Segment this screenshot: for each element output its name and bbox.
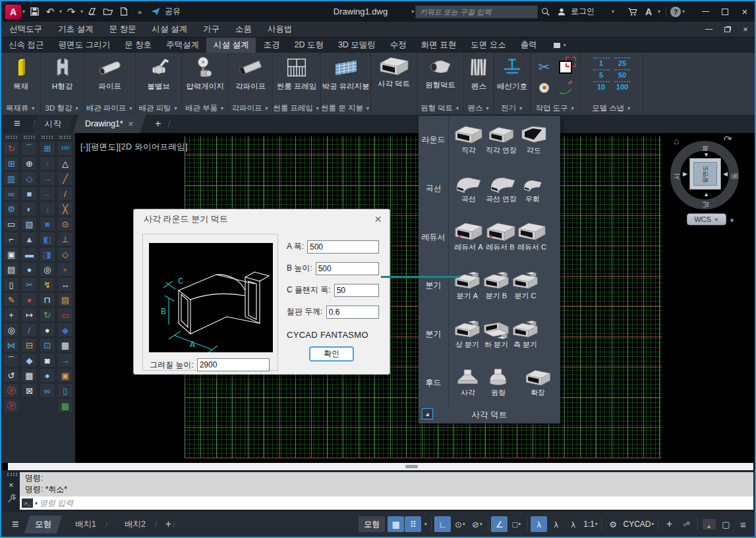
command-input[interactable]: [40, 498, 753, 508]
gauge-button[interactable]: 압력게이지: [182, 53, 228, 101]
endpoint-snap-icon[interactable]: ╱: [57, 171, 73, 186]
viewcube-menu-caret-icon[interactable]: ▼: [729, 217, 735, 224]
redo-caret-icon[interactable]: ▾: [79, 9, 84, 14]
arc-icon[interactable]: ⌒: [21, 141, 37, 155]
model-layout-tab[interactable]: 모형: [24, 516, 62, 533]
qat-overflow-icon[interactable]: »: [132, 4, 148, 20]
osnap-marker-3-toggle[interactable]: λ: [565, 516, 581, 532]
save-icon[interactable]: [26, 4, 42, 20]
steel-thickness-input[interactable]: [326, 306, 379, 319]
doc-blue-icon[interactable]: ▯: [57, 383, 73, 398]
box-3d-icon[interactable]: ■: [21, 186, 37, 201]
command-wrench-icon[interactable]: [7, 494, 17, 504]
layout1-tab[interactable]: 배치1: [65, 516, 107, 533]
object-isolate-toggle[interactable]: ▫º: [678, 516, 695, 532]
object-snap-toggle[interactable]: □▾: [508, 516, 525, 532]
status-menu-icon[interactable]: ≡: [12, 518, 19, 531]
duct-bypass-button[interactable]: 우회: [519, 174, 546, 204]
settings-gear-icon[interactable]: ⚙: [604, 516, 621, 532]
stretch-right-icon[interactable]: →: [40, 171, 55, 186]
wmf-export-icon[interactable]: →: [57, 353, 73, 367]
extend-icon[interactable]: ↦: [21, 308, 37, 322]
app-menu-caret-icon[interactable]: ▾: [21, 9, 26, 14]
minimize-button[interactable]: [695, 3, 715, 20]
zoom-window-icon[interactable]: ◎: [40, 262, 55, 277]
fillet-icon[interactable]: ⌒: [3, 353, 19, 367]
toolbar-grip-icon[interactable]: [59, 136, 71, 139]
plot-icon[interactable]: [84, 4, 100, 20]
open-folder-icon[interactable]: [100, 4, 116, 20]
object-snap-tracking-toggle[interactable]: ∠: [491, 516, 508, 532]
drawing1-tab-close-icon[interactable]: ✕: [128, 120, 134, 128]
pipe-button[interactable]: 파이프: [84, 53, 135, 101]
offset-icon[interactable]: ⊟: [21, 338, 37, 352]
model-snap-panel-footer[interactable]: 모델 스냅▾: [581, 101, 643, 115]
sweep-tool-icon[interactable]: [557, 80, 574, 95]
circle-icon[interactable]: ⊕: [21, 156, 37, 171]
wiring-symbol-button[interactable]: 배선기호: [494, 53, 530, 101]
c-flange-input[interactable]: [334, 284, 379, 297]
angle-snap-icon[interactable]: △: [57, 156, 73, 171]
expand-duct-button[interactable]: 확장: [523, 367, 552, 398]
stretch-down-icon[interactable]: ↓: [40, 202, 55, 216]
move-icon[interactable]: +: [3, 308, 19, 322]
camera-icon[interactable]: ◙: [40, 353, 55, 367]
slab-icon[interactable]: ▬: [21, 247, 37, 261]
maximize-button[interactable]: [715, 3, 735, 20]
ortho-toggle[interactable]: ∟: [434, 516, 451, 532]
copy-icon[interactable]: ◎: [3, 323, 19, 337]
ribbon-tab-facility-design[interactable]: 시설 설계: [206, 38, 256, 53]
toolbar-grip-icon[interactable]: [24, 136, 35, 139]
snap-toggle[interactable]: ⠿: [405, 516, 421, 532]
menu-props[interactable]: 소품: [227, 22, 260, 37]
ribbon-tab-landscape[interactable]: 조경: [256, 38, 287, 53]
viewcube-south-label[interactable]: 남: [701, 201, 711, 208]
snap-10-button[interactable]: 10: [593, 81, 609, 91]
blue-cube-icon[interactable]: ◆: [57, 323, 73, 337]
close-button[interactable]: ×: [735, 3, 755, 20]
image-attach-icon[interactable]: ▣: [57, 368, 73, 383]
reducer-a-button[interactable]: 레듀서 A: [454, 222, 483, 252]
command-grip-icon[interactable]: [7, 473, 17, 476]
rectangle-icon[interactable]: ▭: [3, 217, 19, 231]
annotation-scale-dropdown[interactable]: 1:1▾: [582, 516, 598, 532]
lightning-icon[interactable]: ↯: [40, 277, 55, 292]
new-file-icon[interactable]: [116, 4, 132, 20]
menu-basic-design[interactable]: 기초 설계: [50, 22, 101, 37]
red-rect-icon[interactable]: ▭: [57, 308, 73, 322]
valve-button[interactable]: 볼밸브: [136, 53, 181, 101]
column-dimension-icon[interactable]: ▥: [3, 171, 19, 186]
doc-close-button[interactable]: ×: [736, 22, 755, 37]
sqpipe-panel-footer[interactable]: 각파이프▾: [229, 101, 272, 115]
viewcube-arrow-top-icon[interactable]: ▼: [703, 151, 709, 158]
b-height-input[interactable]: [316, 262, 379, 275]
donut-tool-icon[interactable]: [539, 83, 549, 93]
window-grid-icon[interactable]: ⊞: [40, 141, 55, 155]
square-duct-panel-footer[interactable]: [371, 101, 417, 115]
snap-caret-icon[interactable]: ▾: [422, 516, 428, 532]
toolbar-grip-icon[interactable]: [6, 136, 17, 139]
fence-panel-footer[interactable]: 펜스▾: [464, 101, 494, 115]
hardware-acceleration-icon[interactable]: ▲: [701, 516, 717, 532]
share-label[interactable]: 공유: [165, 6, 181, 17]
user-icon[interactable]: [554, 4, 569, 20]
round-hood-button[interactable]: 원형: [484, 367, 512, 398]
viewcube-east-label[interactable]: 동: [730, 173, 740, 180]
wood-panel-footer[interactable]: 목재류▾: [1, 101, 40, 115]
clip-frame-tool-icon[interactable]: [559, 61, 572, 74]
sphere-render-icon[interactable]: ●: [40, 323, 55, 337]
node-link-icon[interactable]: ∞: [3, 186, 19, 201]
undo-icon[interactable]: ↶: [42, 4, 58, 20]
polyline-icon[interactable]: ⌐: [3, 232, 19, 246]
dialog-close-icon[interactable]: ×: [374, 213, 382, 225]
file-tabs-menu-icon[interactable]: ≡: [1, 115, 33, 133]
isodraft-toggle[interactable]: ⊘▾: [469, 516, 485, 532]
menu-furniture[interactable]: 가구: [195, 22, 227, 37]
erase-icon[interactable]: ✎: [3, 292, 19, 307]
dim-linear-icon[interactable]: ↔: [57, 277, 73, 292]
ribbon-tab-drawing-elements[interactable]: 도면 요소: [463, 38, 513, 53]
ribbon-tab-modify[interactable]: 수정: [383, 38, 414, 53]
rotate-icon[interactable]: ↺: [3, 368, 19, 383]
side-branch-button[interactable]: 측 분기: [512, 319, 538, 350]
ok-button[interactable]: 확인: [309, 346, 354, 362]
